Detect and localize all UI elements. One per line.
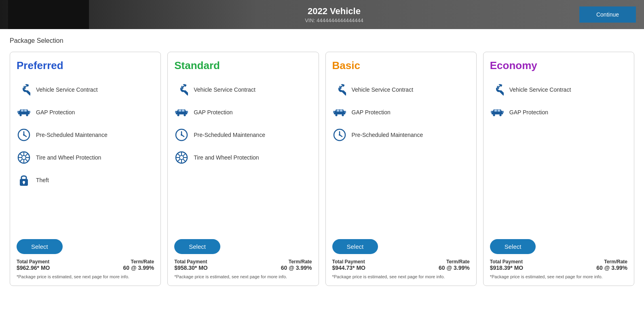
- select-button-preferred[interactable]: Select: [17, 239, 63, 254]
- wrench-icon: [17, 82, 31, 97]
- clock-icon: [332, 128, 347, 142]
- total-payment-value: $958.30* MO: [174, 265, 208, 271]
- total-payment-value: $918.39* MO: [490, 265, 524, 271]
- wheel-icon: [17, 150, 31, 165]
- term-rate-value: 60 @ 3.99%: [123, 265, 154, 271]
- feature-list-standard: Vehicle Service ContractGAP ProtectionPr…: [174, 78, 312, 233]
- total-payment-value: $944.73* MO: [332, 265, 366, 271]
- feature-list-preferred: Vehicle Service ContractGAP ProtectionPr…: [17, 78, 154, 233]
- package-card-basic: BasicVehicle Service ContractGAP Protect…: [325, 52, 477, 286]
- feature-item: Vehicle Service Contract: [174, 78, 312, 101]
- term-rate-label: Term/Rate: [123, 259, 154, 265]
- term-rate-value: 60 @ 3.99%: [281, 265, 312, 271]
- payment-info-economy: Total Payment$918.39* MOTerm/Rate60 @ 3.…: [490, 259, 627, 271]
- term-rate-value: 60 @ 3.99%: [439, 265, 470, 271]
- wrench-icon: [332, 82, 347, 97]
- disclaimer-text: *Package price is estimated, see next pa…: [332, 274, 470, 279]
- feature-label: Vehicle Service Contract: [509, 86, 571, 93]
- payment-info-standard: Total Payment$958.30* MOTerm/Rate60 @ 3.…: [174, 259, 312, 271]
- page-title: Package Selection: [10, 37, 634, 44]
- car-icon: [490, 105, 505, 120]
- feature-item: Pre-Scheduled Maintenance: [332, 124, 470, 146]
- feature-item: Vehicle Service Contract: [332, 78, 470, 101]
- package-name-standard: Standard: [174, 59, 312, 72]
- disclaimer-text: *Package price is estimated, see next pa…: [490, 274, 627, 279]
- payment-info-preferred: Total Payment$962.96* MOTerm/Rate60 @ 3.…: [17, 259, 154, 271]
- total-payment-label: Total Payment: [490, 259, 524, 265]
- feature-list-economy: Vehicle Service ContractGAP Protection: [490, 78, 627, 233]
- feature-item: GAP Protection: [17, 101, 154, 124]
- header-logo: [8, 0, 89, 29]
- vehicle-vin: VIN: 4444444444444444: [305, 17, 363, 23]
- wrench-icon: [174, 82, 189, 97]
- select-btn-wrapper-preferred: Select: [17, 239, 154, 254]
- select-button-basic[interactable]: Select: [332, 239, 378, 254]
- select-button-economy[interactable]: Select: [490, 239, 536, 254]
- feature-item: Pre-Scheduled Maintenance: [174, 124, 312, 146]
- feature-label: Theft: [36, 177, 49, 183]
- car-icon: [332, 105, 347, 120]
- term-rate-label: Term/Rate: [439, 259, 470, 265]
- vehicle-title: 2022 Vehicle: [305, 6, 363, 17]
- select-btn-wrapper-standard: Select: [174, 239, 312, 254]
- feature-item: GAP Protection: [332, 101, 470, 124]
- feature-label: Vehicle Service Contract: [194, 86, 255, 93]
- feature-item: GAP Protection: [174, 101, 312, 124]
- package-card-preferred: PreferredVehicle Service ContractGAP Pro…: [10, 52, 161, 286]
- car-icon: [174, 105, 189, 120]
- feature-label: Pre-Scheduled Maintenance: [352, 132, 423, 138]
- package-name-economy: Economy: [490, 59, 627, 72]
- feature-label: Vehicle Service Contract: [352, 86, 414, 93]
- wrench-icon: [490, 82, 505, 97]
- feature-label: Vehicle Service Contract: [36, 86, 98, 93]
- feature-item: Tire and Wheel Protection: [17, 146, 154, 169]
- vin-number: 4444444444444444: [317, 17, 363, 23]
- packages-grid: PreferredVehicle Service ContractGAP Pro…: [10, 52, 634, 286]
- feature-item: Tire and Wheel Protection: [174, 146, 312, 169]
- feature-label: Pre-Scheduled Maintenance: [194, 132, 265, 138]
- car-icon: [17, 105, 31, 120]
- clock-icon: [174, 128, 189, 142]
- term-rate-value: 60 @ 3.99%: [596, 265, 627, 271]
- feature-label: Tire and Wheel Protection: [194, 154, 259, 161]
- package-name-basic: Basic: [332, 59, 470, 72]
- total-payment-label: Total Payment: [174, 259, 208, 265]
- term-rate-label: Term/Rate: [596, 259, 627, 265]
- continue-button[interactable]: Continue: [579, 6, 636, 23]
- clock-icon: [17, 128, 31, 142]
- feature-item: Pre-Scheduled Maintenance: [17, 124, 154, 146]
- select-button-standard[interactable]: Select: [174, 239, 220, 254]
- feature-label: Pre-Scheduled Maintenance: [36, 132, 108, 138]
- feature-label: GAP Protection: [36, 109, 75, 116]
- feature-item: Vehicle Service Contract: [490, 78, 627, 101]
- disclaimer-text: *Package price is estimated, see next pa…: [17, 274, 154, 279]
- total-payment-value: $962.96* MO: [17, 265, 50, 271]
- header: 2022 Vehicle VIN: 4444444444444444 Conti…: [0, 0, 644, 29]
- disclaimer-text: *Package price is estimated, see next pa…: [174, 274, 312, 279]
- feature-item: Theft: [17, 169, 154, 191]
- feature-list-basic: Vehicle Service ContractGAP ProtectionPr…: [332, 78, 470, 233]
- package-name-preferred: Preferred: [17, 59, 154, 72]
- feature-label: GAP Protection: [509, 109, 548, 116]
- main-content: Package Selection PreferredVehicle Servi…: [0, 29, 644, 311]
- lock-icon: [17, 173, 31, 187]
- select-btn-wrapper-basic: Select: [332, 239, 470, 254]
- total-payment-label: Total Payment: [17, 259, 50, 265]
- header-vehicle-info: 2022 Vehicle VIN: 4444444444444444: [305, 6, 363, 23]
- package-card-economy: EconomyVehicle Service ContractGAP Prote…: [483, 52, 634, 286]
- wheel-icon: [174, 150, 189, 165]
- feature-label: GAP Protection: [194, 109, 232, 116]
- select-btn-wrapper-economy: Select: [490, 239, 627, 254]
- term-rate-label: Term/Rate: [281, 259, 312, 265]
- feature-label: Tire and Wheel Protection: [36, 154, 101, 161]
- payment-info-basic: Total Payment$944.73* MOTerm/Rate60 @ 3.…: [332, 259, 470, 271]
- vin-label: VIN:: [305, 17, 315, 23]
- package-card-standard: StandardVehicle Service ContractGAP Prot…: [167, 52, 319, 286]
- feature-item: GAP Protection: [490, 101, 627, 124]
- feature-label: GAP Protection: [352, 109, 391, 116]
- feature-item: Vehicle Service Contract: [17, 78, 154, 101]
- total-payment-label: Total Payment: [332, 259, 366, 265]
